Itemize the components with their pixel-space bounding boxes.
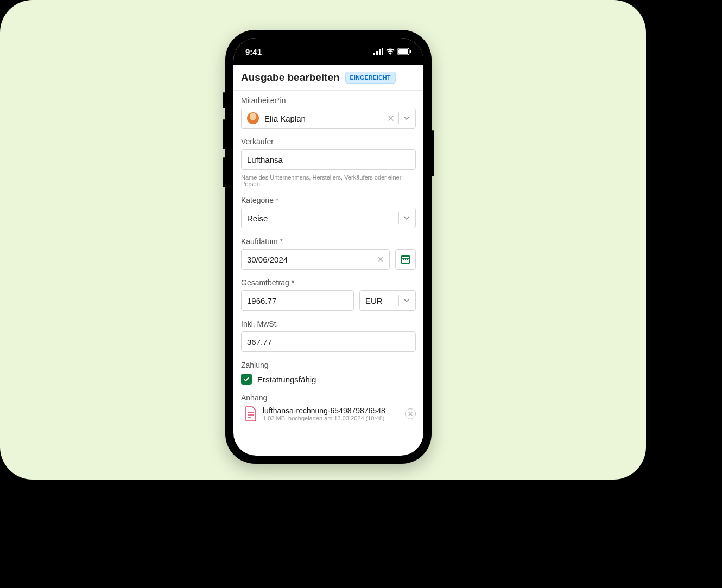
purchase-date-input[interactable]: 30/06/2024 xyxy=(241,249,390,270)
reimbursable-checkbox[interactable] xyxy=(241,374,252,385)
currency-select[interactable]: EUR xyxy=(359,290,416,311)
attachment-field: Anhang lufthansa-rechnung-6549879876548 … xyxy=(241,393,416,423)
close-icon xyxy=(408,412,413,416)
chevron-down-icon[interactable] xyxy=(403,297,410,304)
employee-label: Mitarbeiter*in xyxy=(241,96,416,105)
category-value: Reise xyxy=(247,214,394,223)
reimbursable-label: Erstattungsfähig xyxy=(257,375,316,384)
vat-label: Inkl. MwSt. xyxy=(241,319,416,328)
stage: 9:41 xyxy=(0,0,646,480)
attachment-filename: lufthansa-rechnung-6549879876548 xyxy=(263,406,400,415)
status-badge: EINGEREICHT xyxy=(345,72,396,84)
attachment-item[interactable]: lufthansa-rechnung-6549879876548 1,02 MB… xyxy=(241,405,416,423)
phone-side-button xyxy=(223,119,225,149)
cellular-icon xyxy=(373,48,383,55)
separator xyxy=(398,212,399,224)
currency-value: EUR xyxy=(365,296,394,305)
separator xyxy=(398,112,399,124)
vat-value: 367.77 xyxy=(247,337,410,347)
total-field: Gesamtbetrag 1966.77 EUR xyxy=(241,278,416,311)
calendar-button[interactable] xyxy=(395,249,416,270)
avatar xyxy=(247,112,259,124)
attachment-meta: 1,02 MB, hochgeladen am 13.03.2024 (10:4… xyxy=(263,415,400,421)
svg-rect-12 xyxy=(405,259,406,260)
payment-field: Zahlung Erstattungsfähig xyxy=(241,361,416,385)
vendor-value: Lufthansa xyxy=(247,155,410,164)
check-icon xyxy=(243,376,250,382)
battery-icon xyxy=(397,48,411,55)
clear-icon[interactable] xyxy=(377,256,384,263)
phone-side-button xyxy=(223,157,225,187)
vendor-hint: Name des Unternehmens, Herstellers, Verk… xyxy=(241,174,416,187)
attachment-text: lufthansa-rechnung-6549879876548 1,02 MB… xyxy=(263,406,400,421)
category-label: Kategorie xyxy=(241,196,416,204)
page-header: Ausgabe bearbeiten EINGEREICHT xyxy=(233,65,423,91)
reimbursable-row[interactable]: Erstattungsfähig xyxy=(241,374,416,385)
svg-rect-5 xyxy=(398,49,408,54)
chevron-down-icon[interactable] xyxy=(403,215,410,221)
phone-side-button xyxy=(223,92,225,108)
file-icon xyxy=(244,406,257,421)
phone-frame: 9:41 xyxy=(225,30,432,464)
vat-input[interactable]: 367.77 xyxy=(241,331,416,352)
phone-notch xyxy=(282,38,375,54)
svg-rect-3 xyxy=(382,48,383,55)
employee-select[interactable]: Elia Kaplan xyxy=(241,108,416,129)
status-icons xyxy=(373,48,411,55)
total-amount-value: 1966.77 xyxy=(247,296,348,305)
separator xyxy=(398,295,399,306)
phone-screen: 9:41 xyxy=(233,38,423,456)
svg-rect-13 xyxy=(407,259,408,260)
expense-form: Mitarbeiter*in Elia Kaplan Verkäufer Luf… xyxy=(233,91,423,430)
employee-value: Elia Kaplan xyxy=(264,114,388,123)
status-time: 9:41 xyxy=(245,47,262,56)
category-select[interactable]: Reise xyxy=(241,208,416,228)
attachment-label: Anhang xyxy=(241,393,416,402)
wifi-icon xyxy=(386,48,395,55)
total-label: Gesamtbetrag xyxy=(241,278,416,287)
vendor-input[interactable]: Lufthansa xyxy=(241,149,416,170)
phone-side-button xyxy=(432,130,434,176)
payment-label: Zahlung xyxy=(241,361,416,369)
purchase-date-label: Kaufdatum xyxy=(241,237,416,246)
remove-attachment-button[interactable] xyxy=(405,408,416,419)
vendor-field: Verkäufer Lufthansa Name des Unternehmen… xyxy=(241,137,416,187)
chevron-down-icon[interactable] xyxy=(403,115,410,122)
vat-field: Inkl. MwSt. 367.77 xyxy=(241,319,416,352)
svg-rect-6 xyxy=(410,50,411,53)
total-amount-input[interactable]: 1966.77 xyxy=(241,290,354,311)
svg-rect-1 xyxy=(376,51,378,55)
page-title: Ausgabe bearbeiten xyxy=(241,72,340,84)
purchase-date-field: Kaufdatum 30/06/2024 xyxy=(241,237,416,270)
calendar-icon xyxy=(401,254,410,264)
svg-rect-11 xyxy=(403,259,404,260)
clear-icon[interactable] xyxy=(388,115,394,122)
svg-rect-0 xyxy=(373,53,375,55)
employee-field: Mitarbeiter*in Elia Kaplan xyxy=(241,96,416,129)
purchase-date-value: 30/06/2024 xyxy=(247,255,377,264)
vendor-label: Verkäufer xyxy=(241,137,416,146)
category-field: Kategorie Reise xyxy=(241,196,416,228)
svg-rect-2 xyxy=(379,49,381,55)
